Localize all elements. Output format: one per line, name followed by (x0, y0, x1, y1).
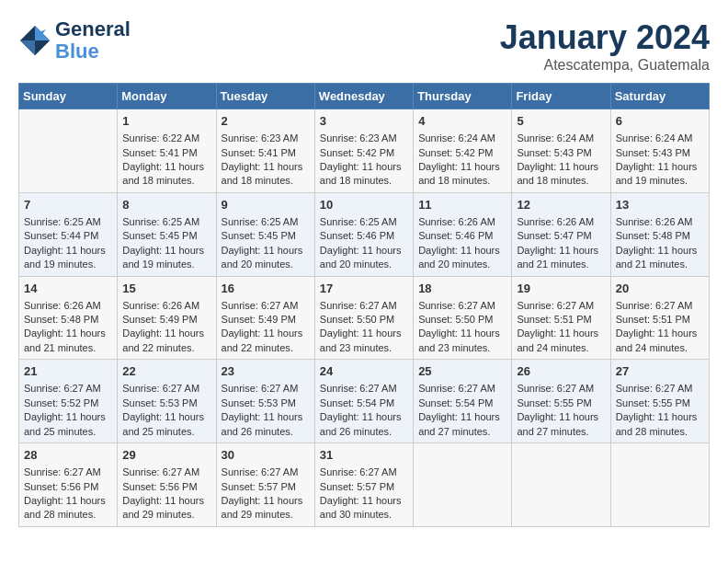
day-number: 23 (222, 363, 310, 380)
day-info: Sunrise: 6:26 AM Sunset: 5:48 PM Dayligh… (616, 215, 704, 272)
calendar-cell: 26Sunrise: 6:27 AM Sunset: 5:55 PM Dayli… (512, 360, 610, 443)
day-info: Sunrise: 6:25 AM Sunset: 5:45 PM Dayligh… (222, 215, 310, 272)
calendar-cell: 19Sunrise: 6:27 AM Sunset: 5:51 PM Dayli… (512, 276, 610, 360)
day-number: 5 (517, 113, 605, 130)
day-number: 13 (616, 197, 704, 213)
calendar-cell: 4Sunrise: 6:24 AM Sunset: 5:42 PM Daylig… (414, 109, 512, 193)
day-number: 27 (616, 363, 704, 380)
day-info: Sunrise: 6:26 AM Sunset: 5:49 PM Dayligh… (122, 299, 210, 356)
weekday-header: Friday (512, 84, 610, 109)
day-number: 7 (24, 197, 112, 213)
calendar-cell: 5Sunrise: 6:24 AM Sunset: 5:43 PM Daylig… (512, 109, 610, 193)
day-number: 25 (418, 363, 506, 380)
day-number: 30 (222, 447, 310, 464)
day-info: Sunrise: 6:27 AM Sunset: 5:57 PM Dayligh… (320, 465, 408, 523)
day-info: Sunrise: 6:25 AM Sunset: 5:44 PM Dayligh… (24, 215, 112, 272)
calendar-cell: 30Sunrise: 6:27 AM Sunset: 5:57 PM Dayli… (216, 443, 314, 527)
day-number: 4 (418, 113, 506, 130)
day-number: 17 (320, 281, 408, 297)
title-block: January 2024 Atescatempa, Guatemala (500, 18, 710, 74)
day-info: Sunrise: 6:27 AM Sunset: 5:53 PM Dayligh… (122, 382, 210, 439)
calendar-cell: 18Sunrise: 6:27 AM Sunset: 5:50 PM Dayli… (414, 276, 512, 360)
calendar-week-row: 28Sunrise: 6:27 AM Sunset: 5:56 PM Dayli… (19, 443, 710, 527)
day-info: Sunrise: 6:27 AM Sunset: 5:50 PM Dayligh… (418, 299, 506, 356)
weekday-header: Wednesday (314, 84, 413, 109)
day-info: Sunrise: 6:27 AM Sunset: 5:55 PM Dayligh… (517, 382, 605, 439)
calendar-table: SundayMondayTuesdayWednesdayThursdayFrid… (18, 83, 710, 527)
calendar-cell: 21Sunrise: 6:27 AM Sunset: 5:52 PM Dayli… (19, 360, 118, 443)
logo: GeneralBlue (18, 18, 131, 63)
day-info: Sunrise: 6:27 AM Sunset: 5:53 PM Dayligh… (222, 382, 310, 439)
logo-icon (18, 24, 51, 57)
day-number: 6 (616, 113, 704, 130)
day-info: Sunrise: 6:24 AM Sunset: 5:43 PM Dayligh… (616, 132, 704, 189)
calendar-cell: 17Sunrise: 6:27 AM Sunset: 5:50 PM Dayli… (314, 276, 413, 360)
day-info: Sunrise: 6:27 AM Sunset: 5:56 PM Dayligh… (24, 465, 112, 523)
calendar-cell: 24Sunrise: 6:27 AM Sunset: 5:54 PM Dayli… (314, 360, 413, 443)
day-info: Sunrise: 6:27 AM Sunset: 5:54 PM Dayligh… (320, 382, 408, 439)
calendar-cell: 9Sunrise: 6:25 AM Sunset: 5:45 PM Daylig… (216, 192, 314, 276)
calendar-cell (610, 443, 709, 527)
day-info: Sunrise: 6:27 AM Sunset: 5:56 PM Dayligh… (122, 465, 210, 523)
day-info: Sunrise: 6:23 AM Sunset: 5:41 PM Dayligh… (222, 132, 310, 189)
calendar-cell (414, 443, 512, 527)
day-number: 24 (320, 363, 408, 380)
svg-marker-3 (20, 40, 35, 55)
calendar-cell: 12Sunrise: 6:26 AM Sunset: 5:47 PM Dayli… (512, 192, 610, 276)
day-info: Sunrise: 6:25 AM Sunset: 5:45 PM Dayligh… (122, 215, 210, 272)
weekday-header: Thursday (414, 84, 512, 109)
day-number: 8 (122, 197, 210, 213)
day-number: 2 (222, 113, 310, 130)
weekday-header-row: SundayMondayTuesdayWednesdayThursdayFrid… (19, 84, 710, 109)
day-info: Sunrise: 6:26 AM Sunset: 5:47 PM Dayligh… (517, 215, 605, 272)
day-info: Sunrise: 6:27 AM Sunset: 5:49 PM Dayligh… (222, 299, 310, 356)
calendar-cell: 2Sunrise: 6:23 AM Sunset: 5:41 PM Daylig… (216, 109, 314, 193)
day-number: 9 (222, 197, 310, 213)
svg-marker-2 (35, 40, 50, 55)
calendar-week-row: 21Sunrise: 6:27 AM Sunset: 5:52 PM Dayli… (19, 360, 710, 443)
calendar-cell: 8Sunrise: 6:25 AM Sunset: 5:45 PM Daylig… (118, 192, 216, 276)
day-number: 29 (122, 447, 210, 464)
calendar-week-row: 1Sunrise: 6:22 AM Sunset: 5:41 PM Daylig… (19, 109, 710, 193)
day-number: 18 (418, 281, 506, 297)
calendar-cell: 10Sunrise: 6:25 AM Sunset: 5:46 PM Dayli… (314, 192, 413, 276)
calendar-cell: 15Sunrise: 6:26 AM Sunset: 5:49 PM Dayli… (118, 276, 216, 360)
calendar-week-row: 14Sunrise: 6:26 AM Sunset: 5:48 PM Dayli… (19, 276, 710, 360)
day-number: 3 (320, 113, 408, 130)
page-header: GeneralBlue January 2024 Atescatempa, Gu… (18, 18, 710, 74)
weekday-header: Sunday (19, 84, 118, 109)
day-info: Sunrise: 6:22 AM Sunset: 5:41 PM Dayligh… (122, 132, 210, 189)
calendar-cell: 6Sunrise: 6:24 AM Sunset: 5:43 PM Daylig… (610, 109, 709, 193)
day-number: 14 (24, 281, 112, 297)
calendar-cell: 3Sunrise: 6:23 AM Sunset: 5:42 PM Daylig… (314, 109, 413, 193)
calendar-cell: 22Sunrise: 6:27 AM Sunset: 5:53 PM Dayli… (118, 360, 216, 443)
day-info: Sunrise: 6:23 AM Sunset: 5:42 PM Dayligh… (320, 132, 408, 189)
day-number: 12 (517, 197, 605, 213)
weekday-header: Monday (118, 84, 216, 109)
calendar-cell: 20Sunrise: 6:27 AM Sunset: 5:51 PM Dayli… (610, 276, 709, 360)
calendar-title: January 2024 (500, 18, 710, 57)
calendar-cell: 13Sunrise: 6:26 AM Sunset: 5:48 PM Dayli… (610, 192, 709, 276)
calendar-cell: 31Sunrise: 6:27 AM Sunset: 5:57 PM Dayli… (314, 443, 413, 527)
day-number: 20 (616, 281, 704, 297)
day-info: Sunrise: 6:27 AM Sunset: 5:55 PM Dayligh… (616, 382, 704, 439)
day-number: 31 (320, 447, 408, 464)
calendar-cell: 11Sunrise: 6:26 AM Sunset: 5:46 PM Dayli… (414, 192, 512, 276)
day-number: 22 (122, 363, 210, 380)
calendar-cell: 25Sunrise: 6:27 AM Sunset: 5:54 PM Dayli… (414, 360, 512, 443)
logo-name: GeneralBlue (55, 18, 131, 63)
day-info: Sunrise: 6:26 AM Sunset: 5:48 PM Dayligh… (24, 299, 112, 356)
calendar-cell: 1Sunrise: 6:22 AM Sunset: 5:41 PM Daylig… (118, 109, 216, 193)
calendar-cell: 28Sunrise: 6:27 AM Sunset: 5:56 PM Dayli… (19, 443, 118, 527)
day-number: 28 (24, 447, 112, 464)
weekday-header: Tuesday (216, 84, 314, 109)
day-number: 11 (418, 197, 506, 213)
day-number: 26 (517, 363, 605, 380)
calendar-cell (19, 109, 118, 193)
calendar-cell: 23Sunrise: 6:27 AM Sunset: 5:53 PM Dayli… (216, 360, 314, 443)
day-info: Sunrise: 6:27 AM Sunset: 5:52 PM Dayligh… (24, 382, 112, 439)
calendar-week-row: 7Sunrise: 6:25 AM Sunset: 5:44 PM Daylig… (19, 192, 710, 276)
calendar-cell: 29Sunrise: 6:27 AM Sunset: 5:56 PM Dayli… (118, 443, 216, 527)
calendar-cell: 16Sunrise: 6:27 AM Sunset: 5:49 PM Dayli… (216, 276, 314, 360)
weekday-header: Saturday (610, 84, 709, 109)
